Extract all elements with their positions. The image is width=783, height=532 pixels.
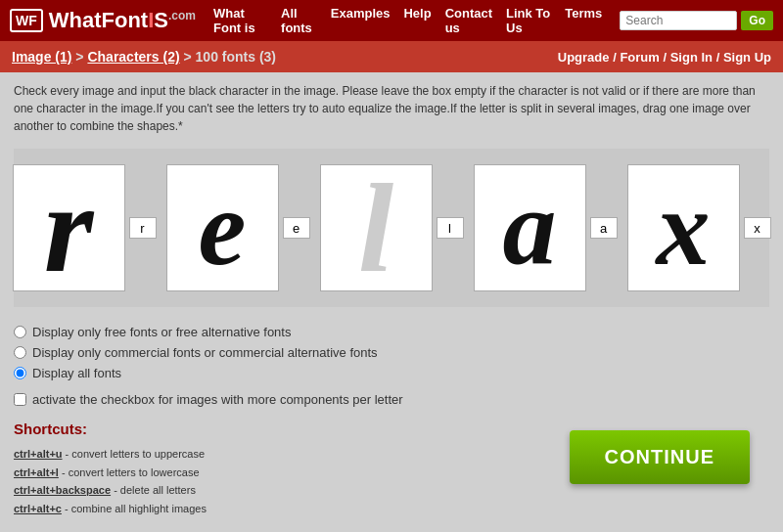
bottom-section: Shortcuts: ctrl+alt+u - convert letters … xyxy=(14,421,769,518)
shortcut-item-2: ctrl+alt+l - convert letters to lowercas… xyxy=(14,464,550,482)
font-cards-area: r e l a x xyxy=(14,149,769,307)
instructions: Check every image and input the black ch… xyxy=(14,82,769,135)
shortcut-key-1: ctrl+alt+u xyxy=(14,448,63,460)
shortcut-desc-2: - convert letters to lowercase xyxy=(62,466,200,478)
font-letter-l: l xyxy=(358,164,393,291)
font-letter-e: e xyxy=(199,174,247,282)
shortcut-desc-1: - convert letters to uppercase xyxy=(66,448,205,460)
letter-input-e[interactable] xyxy=(283,217,310,239)
components-checkbox[interactable] xyxy=(14,393,26,406)
font-card-a: a xyxy=(474,164,586,291)
shortcut-desc-4: - combine all highlight images xyxy=(65,503,207,514)
nav-contact-us[interactable]: Contact us xyxy=(445,6,492,35)
breadcrumb-sep1: > xyxy=(75,49,87,65)
letter-input-a[interactable] xyxy=(590,217,618,239)
shortcut-key-3: ctrl+alt+backspace xyxy=(14,484,111,496)
shortcuts-list: ctrl+alt+u - convert letters to uppercas… xyxy=(14,445,550,518)
shortcut-key-4: ctrl+alt+c xyxy=(14,503,62,514)
radio-all-fonts[interactable] xyxy=(14,367,26,379)
nav-examples[interactable]: Examples xyxy=(331,6,391,35)
font-card-x: x xyxy=(627,164,740,291)
radio-all-label: Display all fonts xyxy=(32,366,121,380)
font-card-wrapper-r: r xyxy=(13,164,157,291)
continue-button-area: CONTINUE xyxy=(550,421,769,494)
shortcut-item-4: ctrl+alt+c - combine all highlight image… xyxy=(14,500,550,518)
search-area: Go xyxy=(620,11,773,30)
font-card-wrapper-l: l xyxy=(320,164,464,291)
font-letter-r: r xyxy=(44,164,94,291)
logo-area: WF WhatFontIS.com xyxy=(10,8,196,33)
nav-all-fonts[interactable]: All fonts xyxy=(281,6,317,35)
breadcrumb-image[interactable]: Image (1) xyxy=(12,49,71,65)
breadcrumb-bar: Image (1) > Characters (2) > 100 fonts (… xyxy=(0,41,783,72)
nav-terms[interactable]: Terms xyxy=(565,6,602,35)
nav-link-to-us[interactable]: Link To Us xyxy=(506,6,551,35)
shortcuts-title: Shortcuts: xyxy=(14,421,550,437)
font-card-e: e xyxy=(166,164,279,291)
header-right-links: Upgrade / Forum / Sign In / Sign Up xyxy=(558,50,771,65)
nav-help[interactable]: Help xyxy=(403,6,431,35)
search-input[interactable] xyxy=(620,11,737,30)
shortcuts-area: Shortcuts: ctrl+alt+u - convert letters … xyxy=(14,421,550,518)
options-area: Display only free fonts or free alternat… xyxy=(14,325,769,380)
upgrade-link[interactable]: Upgrade xyxy=(558,50,610,65)
nav-what-font-is[interactable]: What Font is xyxy=(213,6,267,35)
font-card-wrapper-x: x xyxy=(627,164,771,291)
shortcut-item-3: ctrl+alt+backspace - delete all letters xyxy=(14,481,550,500)
font-card-l: l xyxy=(320,164,433,291)
letter-input-r[interactable] xyxy=(129,217,157,239)
logo-wf-badge: WF xyxy=(10,9,43,32)
nav-links: What Font is All fonts Examples Help Con… xyxy=(213,6,602,35)
breadcrumb: Image (1) > Characters (2) > 100 fonts (… xyxy=(12,49,276,65)
font-card-wrapper-a: a xyxy=(474,164,618,291)
signin-link[interactable]: Sign In xyxy=(670,50,713,65)
breadcrumb-characters[interactable]: Characters (2) xyxy=(87,49,179,65)
shortcut-key-2: ctrl+alt+l xyxy=(14,466,59,478)
font-card-r: r xyxy=(13,164,125,291)
radio-option-commercial: Display only commercial fonts or commerc… xyxy=(14,345,769,360)
main-content: Check every image and input the black ch… xyxy=(0,72,783,528)
radio-free-label: Display only free fonts or free alternat… xyxy=(32,325,291,339)
radio-option-free: Display only free fonts or free alternat… xyxy=(14,325,769,339)
components-checkbox-label: activate the checkbox for images with mo… xyxy=(32,392,403,407)
letter-input-l[interactable] xyxy=(437,217,464,239)
shortcut-item-1: ctrl+alt+u - convert letters to uppercas… xyxy=(14,445,550,464)
continue-button[interactable]: CONTINUE xyxy=(570,430,750,484)
font-letter-x: x xyxy=(657,174,711,282)
font-card-wrapper-e: e xyxy=(166,164,310,291)
checkbox-area: activate the checkbox for images with mo… xyxy=(14,392,769,407)
radio-commercial-fonts[interactable] xyxy=(14,346,26,359)
search-go-button[interactable]: Go xyxy=(741,11,773,30)
font-letter-a: a xyxy=(503,174,557,282)
radio-commercial-label: Display only commercial fonts or commerc… xyxy=(32,345,378,360)
signup-link[interactable]: Sign Up xyxy=(723,50,771,65)
radio-free-fonts[interactable] xyxy=(14,326,26,338)
letter-input-x[interactable] xyxy=(744,217,771,239)
logo-text: WhatFontIS.com xyxy=(49,8,196,33)
forum-link[interactable]: Forum xyxy=(620,50,659,65)
breadcrumb-fonts: 100 fonts (3) xyxy=(196,49,276,65)
shortcut-desc-3: - delete all letters xyxy=(114,484,196,496)
radio-option-all: Display all fonts xyxy=(14,366,769,380)
breadcrumb-sep2: > xyxy=(183,49,195,65)
header: WF WhatFontIS.com What Font is All fonts… xyxy=(0,0,783,41)
